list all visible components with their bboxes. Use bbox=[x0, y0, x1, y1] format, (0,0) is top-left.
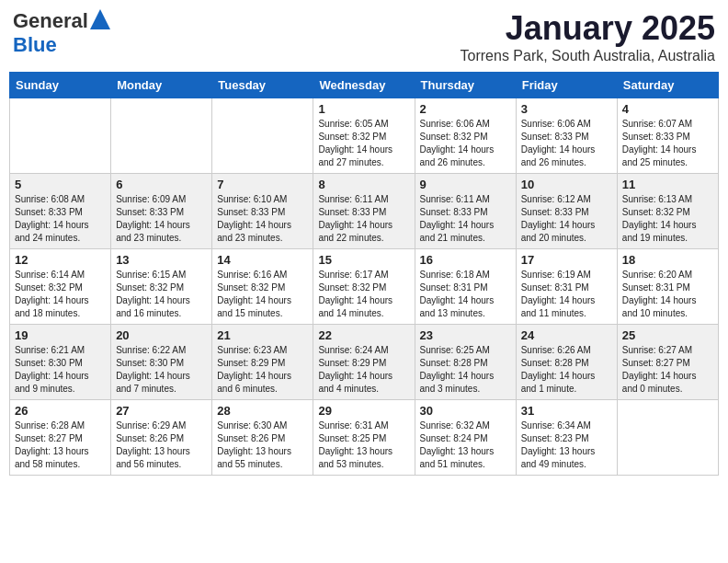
svg-marker-0 bbox=[90, 9, 110, 29]
calendar-day-cell bbox=[617, 400, 718, 476]
day-info: Sunrise: 6:06 AM Sunset: 8:33 PM Dayligh… bbox=[521, 118, 612, 169]
day-number: 22 bbox=[318, 328, 409, 342]
calendar-day-cell: 26Sunrise: 6:28 AM Sunset: 8:27 PM Dayli… bbox=[10, 400, 111, 476]
calendar-day-cell: 1Sunrise: 6:05 AM Sunset: 8:32 PM Daylig… bbox=[313, 98, 415, 174]
calendar-week-row: 12Sunrise: 6:14 AM Sunset: 8:32 PM Dayli… bbox=[10, 249, 719, 325]
calendar-day-cell: 4Sunrise: 6:07 AM Sunset: 8:33 PM Daylig… bbox=[617, 98, 718, 174]
calendar-day-cell: 21Sunrise: 6:23 AM Sunset: 8:29 PM Dayli… bbox=[212, 325, 313, 400]
day-info: Sunrise: 6:19 AM Sunset: 8:31 PM Dayligh… bbox=[521, 269, 612, 320]
day-info: Sunrise: 6:18 AM Sunset: 8:31 PM Dayligh… bbox=[420, 269, 511, 320]
day-number: 20 bbox=[116, 328, 207, 342]
day-number: 6 bbox=[116, 178, 207, 191]
location-title: Torrens Park, South Australia, Australia bbox=[461, 48, 715, 64]
calendar-day-header: Wednesday bbox=[313, 73, 415, 98]
day-info: Sunrise: 6:20 AM Sunset: 8:31 PM Dayligh… bbox=[622, 269, 713, 320]
day-number: 23 bbox=[420, 328, 511, 342]
calendar-day-cell: 27Sunrise: 6:29 AM Sunset: 8:26 PM Dayli… bbox=[111, 400, 212, 476]
day-info: Sunrise: 6:06 AM Sunset: 8:32 PM Dayligh… bbox=[420, 118, 511, 169]
calendar-day-header: Tuesday bbox=[212, 73, 313, 98]
calendar-day-cell: 31Sunrise: 6:34 AM Sunset: 8:23 PM Dayli… bbox=[516, 400, 617, 476]
day-number: 27 bbox=[116, 404, 207, 418]
calendar-day-cell bbox=[10, 98, 111, 174]
calendar-day-cell: 20Sunrise: 6:22 AM Sunset: 8:30 PM Dayli… bbox=[111, 325, 212, 400]
title-section: January 2025 Torrens Park, South Austral… bbox=[461, 9, 715, 64]
month-title: January 2025 bbox=[461, 9, 715, 48]
day-info: Sunrise: 6:17 AM Sunset: 8:32 PM Dayligh… bbox=[318, 269, 409, 320]
calendar-day-cell: 16Sunrise: 6:18 AM Sunset: 8:31 PM Dayli… bbox=[415, 249, 516, 325]
day-info: Sunrise: 6:22 AM Sunset: 8:30 PM Dayligh… bbox=[116, 344, 207, 396]
calendar-day-cell: 10Sunrise: 6:12 AM Sunset: 8:33 PM Dayli… bbox=[516, 174, 617, 249]
day-number: 10 bbox=[521, 178, 612, 191]
day-number: 11 bbox=[622, 178, 713, 191]
calendar-day-cell: 2Sunrise: 6:06 AM Sunset: 8:32 PM Daylig… bbox=[415, 98, 516, 174]
day-number: 18 bbox=[622, 253, 713, 267]
day-info: Sunrise: 6:30 AM Sunset: 8:26 PM Dayligh… bbox=[217, 419, 308, 471]
day-number: 1 bbox=[318, 102, 409, 116]
calendar-day-cell: 5Sunrise: 6:08 AM Sunset: 8:33 PM Daylig… bbox=[10, 174, 111, 249]
day-info: Sunrise: 6:34 AM Sunset: 8:23 PM Dayligh… bbox=[521, 419, 612, 471]
day-number: 9 bbox=[420, 178, 511, 191]
day-number: 28 bbox=[217, 404, 308, 418]
calendar-day-header: Friday bbox=[516, 73, 617, 98]
calendar-day-cell: 14Sunrise: 6:16 AM Sunset: 8:32 PM Dayli… bbox=[212, 249, 313, 325]
day-number: 29 bbox=[318, 404, 409, 418]
day-number: 2 bbox=[420, 102, 511, 116]
day-number: 31 bbox=[521, 404, 612, 418]
day-number: 21 bbox=[217, 328, 308, 342]
day-info: Sunrise: 6:23 AM Sunset: 8:29 PM Dayligh… bbox=[217, 344, 308, 396]
calendar-day-cell: 13Sunrise: 6:15 AM Sunset: 8:32 PM Dayli… bbox=[111, 249, 212, 325]
day-number: 14 bbox=[217, 253, 308, 267]
day-number: 3 bbox=[521, 102, 612, 116]
calendar-day-cell bbox=[111, 98, 212, 174]
calendar-week-row: 19Sunrise: 6:21 AM Sunset: 8:30 PM Dayli… bbox=[10, 325, 719, 400]
day-number: 24 bbox=[521, 328, 612, 342]
logo: General Blue bbox=[13, 9, 110, 57]
calendar-day-cell: 24Sunrise: 6:26 AM Sunset: 8:28 PM Dayli… bbox=[516, 325, 617, 400]
calendar-day-cell: 29Sunrise: 6:31 AM Sunset: 8:25 PM Dayli… bbox=[313, 400, 415, 476]
day-number: 13 bbox=[116, 253, 207, 267]
day-info: Sunrise: 6:13 AM Sunset: 8:32 PM Dayligh… bbox=[622, 193, 713, 245]
day-number: 5 bbox=[15, 178, 106, 191]
day-number: 8 bbox=[318, 178, 409, 191]
day-number: 25 bbox=[622, 328, 713, 342]
day-number: 16 bbox=[420, 253, 511, 267]
day-info: Sunrise: 6:08 AM Sunset: 8:33 PM Dayligh… bbox=[15, 193, 106, 245]
day-number: 15 bbox=[318, 253, 409, 267]
calendar-table: SundayMondayTuesdayWednesdayThursdayFrid… bbox=[9, 72, 719, 476]
calendar-day-cell: 30Sunrise: 6:32 AM Sunset: 8:24 PM Dayli… bbox=[415, 400, 516, 476]
calendar-day-cell: 8Sunrise: 6:11 AM Sunset: 8:33 PM Daylig… bbox=[313, 174, 415, 249]
calendar-day-cell: 6Sunrise: 6:09 AM Sunset: 8:33 PM Daylig… bbox=[111, 174, 212, 249]
day-info: Sunrise: 6:24 AM Sunset: 8:29 PM Dayligh… bbox=[318, 344, 409, 396]
calendar-day-cell: 3Sunrise: 6:06 AM Sunset: 8:33 PM Daylig… bbox=[516, 98, 617, 174]
calendar-header-row: SundayMondayTuesdayWednesdayThursdayFrid… bbox=[10, 73, 719, 98]
day-info: Sunrise: 6:09 AM Sunset: 8:33 PM Dayligh… bbox=[116, 193, 207, 245]
logo-general-text: General bbox=[13, 9, 88, 33]
day-info: Sunrise: 6:12 AM Sunset: 8:33 PM Dayligh… bbox=[521, 193, 612, 245]
calendar-day-header: Monday bbox=[111, 73, 212, 98]
calendar-day-cell: 17Sunrise: 6:19 AM Sunset: 8:31 PM Dayli… bbox=[516, 249, 617, 325]
day-info: Sunrise: 6:10 AM Sunset: 8:33 PM Dayligh… bbox=[217, 193, 308, 245]
day-info: Sunrise: 6:27 AM Sunset: 8:27 PM Dayligh… bbox=[622, 344, 713, 396]
calendar-day-cell: 18Sunrise: 6:20 AM Sunset: 8:31 PM Dayli… bbox=[617, 249, 718, 325]
day-info: Sunrise: 6:16 AM Sunset: 8:32 PM Dayligh… bbox=[217, 269, 308, 320]
calendar-week-row: 1Sunrise: 6:05 AM Sunset: 8:32 PM Daylig… bbox=[10, 98, 719, 174]
day-number: 4 bbox=[622, 102, 713, 116]
day-number: 26 bbox=[15, 404, 106, 418]
day-info: Sunrise: 6:14 AM Sunset: 8:32 PM Dayligh… bbox=[15, 269, 106, 320]
calendar-day-cell: 7Sunrise: 6:10 AM Sunset: 8:33 PM Daylig… bbox=[212, 174, 313, 249]
calendar-week-row: 26Sunrise: 6:28 AM Sunset: 8:27 PM Dayli… bbox=[10, 400, 719, 476]
day-info: Sunrise: 6:29 AM Sunset: 8:26 PM Dayligh… bbox=[116, 419, 207, 471]
day-info: Sunrise: 6:32 AM Sunset: 8:24 PM Dayligh… bbox=[420, 419, 511, 471]
calendar-day-cell: 12Sunrise: 6:14 AM Sunset: 8:32 PM Dayli… bbox=[10, 249, 111, 325]
calendar-day-cell: 28Sunrise: 6:30 AM Sunset: 8:26 PM Dayli… bbox=[212, 400, 313, 476]
calendar-day-cell: 25Sunrise: 6:27 AM Sunset: 8:27 PM Dayli… bbox=[617, 325, 718, 400]
calendar-day-cell: 15Sunrise: 6:17 AM Sunset: 8:32 PM Dayli… bbox=[313, 249, 415, 325]
day-number: 19 bbox=[15, 328, 106, 342]
day-info: Sunrise: 6:11 AM Sunset: 8:33 PM Dayligh… bbox=[318, 193, 409, 245]
logo-triangle-icon bbox=[90, 9, 110, 29]
day-info: Sunrise: 6:26 AM Sunset: 8:28 PM Dayligh… bbox=[521, 344, 612, 396]
day-info: Sunrise: 6:31 AM Sunset: 8:25 PM Dayligh… bbox=[318, 419, 409, 471]
logo-blue-text: Blue bbox=[13, 33, 57, 56]
calendar-day-cell: 19Sunrise: 6:21 AM Sunset: 8:30 PM Dayli… bbox=[10, 325, 111, 400]
calendar-day-header: Sunday bbox=[10, 73, 111, 98]
